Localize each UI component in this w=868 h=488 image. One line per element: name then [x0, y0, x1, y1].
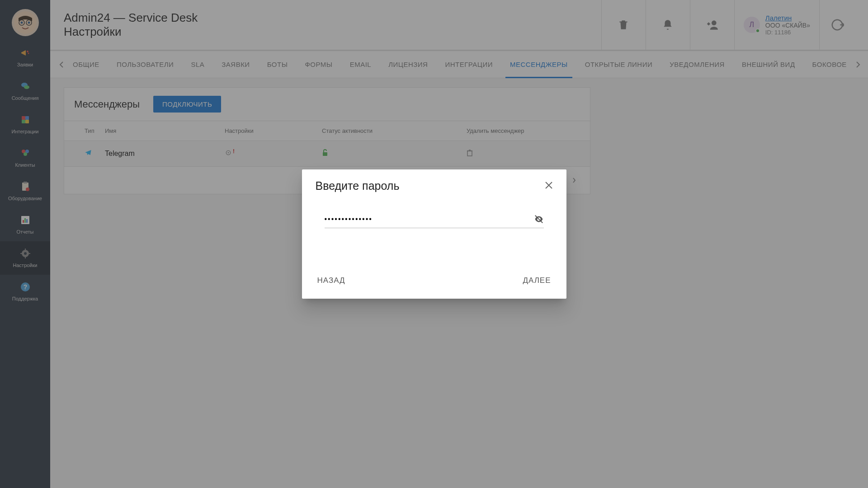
- password-modal: Введите пароль НАЗАД ДАЛЕЕ: [302, 169, 566, 299]
- close-icon: [545, 181, 553, 189]
- modal-close-button[interactable]: [545, 181, 553, 191]
- modal-actions: НАЗАД ДАЛЕЕ: [302, 264, 566, 299]
- modal-body: [302, 197, 566, 264]
- modal-head: Введите пароль: [302, 169, 566, 197]
- back-button[interactable]: НАЗАД: [316, 272, 347, 289]
- modal-title: Введите пароль: [316, 179, 545, 192]
- next-button[interactable]: ДАЛЕЕ: [521, 272, 552, 289]
- password-input[interactable]: [325, 211, 544, 228]
- eye-off-icon: [534, 214, 544, 224]
- modal-overlay[interactable]: Введите пароль НАЗАД ДАЛЕЕ: [0, 0, 868, 488]
- password-field: [325, 211, 544, 228]
- toggle-password-visibility[interactable]: [534, 214, 544, 226]
